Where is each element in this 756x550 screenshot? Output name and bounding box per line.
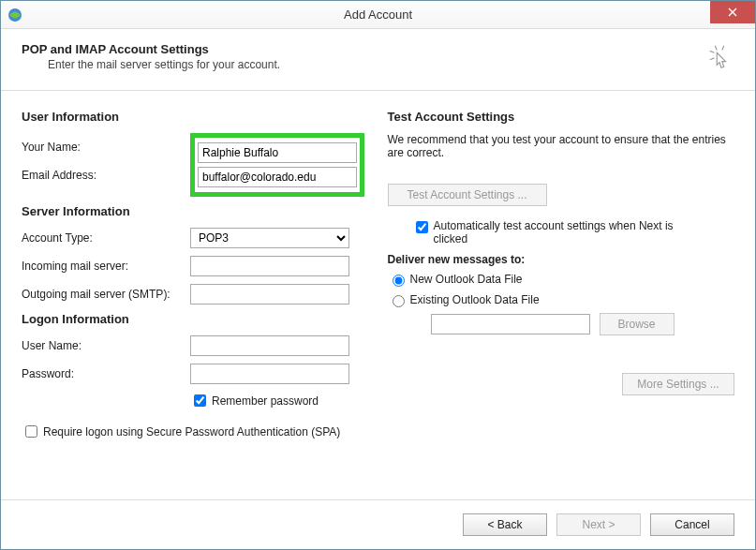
existing-data-file-radio[interactable] bbox=[393, 295, 405, 307]
test-settings-desc: We recommend that you test your account … bbox=[388, 133, 735, 159]
spa-label: Require logon using Secure Password Auth… bbox=[43, 425, 340, 439]
incoming-server-input[interactable] bbox=[190, 256, 349, 276]
your-name-input[interactable] bbox=[198, 142, 357, 163]
new-data-file-radio[interactable] bbox=[393, 275, 405, 287]
app-icon bbox=[7, 7, 23, 23]
auto-test-checkbox[interactable] bbox=[416, 221, 428, 233]
account-type-label: Account Type: bbox=[22, 231, 190, 245]
server-info-title: Server Information bbox=[22, 204, 369, 218]
svg-line-2 bbox=[710, 51, 715, 52]
close-button[interactable] bbox=[710, 1, 755, 23]
username-input[interactable] bbox=[190, 335, 349, 356]
wizard-footer: < Back Next > Cancel bbox=[1, 499, 755, 549]
incoming-server-label: Incoming mail server: bbox=[22, 260, 190, 273]
test-account-button[interactable]: Test Account Settings ... bbox=[388, 184, 547, 206]
more-settings-button[interactable]: More Settings ... bbox=[622, 373, 734, 395]
close-icon bbox=[728, 7, 737, 17]
password-input[interactable] bbox=[190, 364, 349, 384]
right-column: Test Account Settings We recommend that … bbox=[388, 106, 735, 490]
auto-test-label: Automatically test account settings when… bbox=[434, 219, 696, 245]
cursor-click-icon bbox=[706, 42, 734, 70]
browse-button[interactable]: Browse bbox=[600, 313, 674, 335]
email-label: Email Address: bbox=[22, 169, 96, 182]
your-name-label: Your Name: bbox=[22, 141, 81, 154]
spa-checkbox[interactable] bbox=[25, 425, 37, 438]
user-info-title: User Information bbox=[22, 110, 369, 124]
wizard-header: POP and IMAP Account Settings Enter the … bbox=[1, 29, 755, 91]
email-input[interactable] bbox=[198, 167, 357, 187]
highlight-box bbox=[190, 133, 364, 197]
deliver-title: Deliver new messages to: bbox=[388, 253, 735, 266]
add-account-window: Add Account POP and IMAP Account Setting… bbox=[0, 0, 756, 550]
logon-info-title: Logon Information bbox=[22, 312, 369, 326]
left-column: User Information Your Name: Email Addres… bbox=[22, 106, 369, 490]
svg-line-1 bbox=[715, 46, 717, 51]
next-button[interactable]: Next > bbox=[556, 513, 641, 536]
titlebar: Add Account bbox=[1, 1, 755, 29]
svg-line-3 bbox=[722, 46, 724, 51]
existing-data-file-label: Existing Outlook Data File bbox=[410, 293, 540, 306]
window-title: Add Account bbox=[344, 7, 412, 22]
account-type-select[interactable]: POP3 bbox=[190, 228, 349, 248]
password-label: Password: bbox=[22, 367, 190, 380]
outgoing-server-input[interactable] bbox=[190, 284, 349, 305]
back-button[interactable]: < Back bbox=[463, 513, 547, 536]
remember-password-label: Remember password bbox=[212, 394, 319, 408]
remember-password-checkbox[interactable] bbox=[194, 394, 206, 407]
test-settings-title: Test Account Settings bbox=[388, 110, 735, 124]
header-subtitle: Enter the mail server settings for your … bbox=[48, 58, 280, 71]
cancel-button[interactable]: Cancel bbox=[650, 513, 734, 536]
existing-data-file-input bbox=[431, 314, 590, 334]
username-label: User Name: bbox=[22, 339, 190, 352]
new-data-file-label: New Outlook Data File bbox=[410, 273, 523, 286]
svg-line-4 bbox=[710, 58, 715, 60]
header-title: POP and IMAP Account Settings bbox=[22, 42, 280, 56]
outgoing-server-label: Outgoing mail server (SMTP): bbox=[22, 288, 190, 301]
